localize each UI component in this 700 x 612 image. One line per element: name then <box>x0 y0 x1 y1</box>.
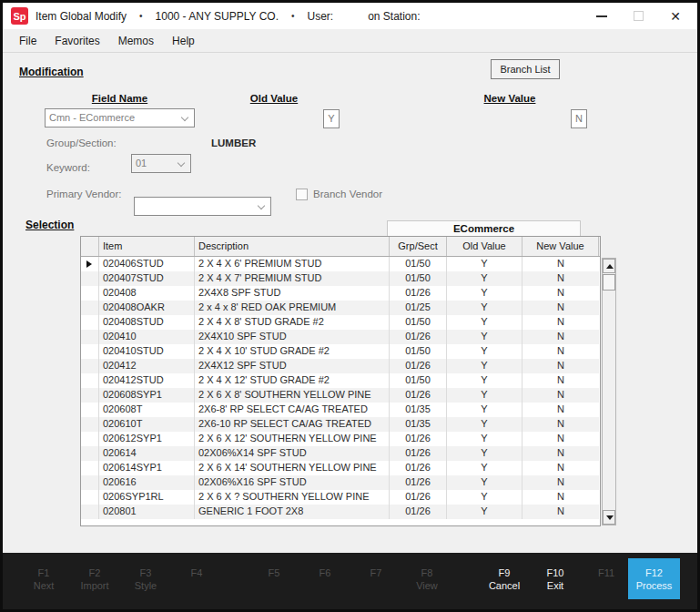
old-value-cell[interactable]: Y <box>447 344 522 359</box>
description-cell[interactable]: 2 X 4 X 12' STUD GRADE #2 <box>195 373 390 388</box>
column-header-item[interactable]: Item <box>99 237 195 256</box>
new-value-cell[interactable]: N <box>522 490 599 505</box>
item-cell[interactable]: 020407STUD <box>99 271 195 286</box>
item-cell[interactable]: 020614 <box>99 446 195 461</box>
keyword-select[interactable] <box>134 197 271 216</box>
old-value-cell[interactable]: Y <box>447 359 522 373</box>
table-row[interactable]: 020408STUD2 X 4 X 8' STUD GRADE #201/50Y… <box>81 315 600 330</box>
menu-file[interactable]: File <box>10 31 46 51</box>
new-value-cell[interactable]: N <box>522 432 599 446</box>
table-row[interactable]: 020614SYP12 X 6 X 14' SOUTHERN YELLOW PI… <box>81 461 600 475</box>
table-row[interactable]: 0204082X4X8 SPF STUD01/26YN <box>81 286 600 301</box>
item-cell[interactable]: 020408STUD <box>99 315 195 330</box>
row-selector-cell[interactable] <box>81 315 99 330</box>
new-value-cell[interactable]: N <box>522 344 599 359</box>
grp-sect-cell[interactable]: 01/35 <box>390 417 447 432</box>
row-selector-cell[interactable] <box>81 432 99 446</box>
new-value-cell[interactable]: N <box>522 257 599 271</box>
new-value-cell[interactable]: N <box>522 271 599 286</box>
grp-sect-cell[interactable]: 01/26 <box>390 505 447 519</box>
row-selector-cell[interactable] <box>81 446 99 461</box>
scroll-up-button[interactable] <box>603 259 615 273</box>
row-selector-cell[interactable] <box>81 461 99 475</box>
row-selector-cell[interactable] <box>81 286 99 301</box>
fn-key-f9-cancel[interactable]: F9Cancel <box>478 566 531 592</box>
description-cell[interactable]: 2 X 6 X 8' SOUTHERN YELLOW PINE <box>195 388 390 403</box>
new-value-cell[interactable]: N <box>522 475 599 490</box>
table-row[interactable]: 020608T2X6-8' RP SELECT CA/AG TREATED01/… <box>81 403 600 417</box>
grp-sect-cell[interactable]: 01/50 <box>390 257 447 271</box>
item-cell[interactable]: 020412STUD <box>99 373 195 388</box>
row-selector-cell[interactable] <box>81 505 99 519</box>
row-selector-cell[interactable] <box>81 359 99 373</box>
item-cell[interactable]: 020410 <box>99 330 195 344</box>
branch-list-button[interactable]: Branch List <box>491 59 560 79</box>
column-header-old-value[interactable]: Old Value <box>447 237 522 256</box>
table-row[interactable]: 020801GENERIC 1 FOOT 2X801/26YN <box>81 505 600 519</box>
branch-vendor-checkbox[interactable] <box>296 189 308 200</box>
table-row[interactable]: 0206SYP1RL2 X 6 X ? SOUTHERN YELLOW PINE… <box>81 490 600 505</box>
row-selector-cell[interactable] <box>81 257 99 271</box>
table-row[interactable]: 020608SYP12 X 6 X 8' SOUTHERN YELLOW PIN… <box>81 388 600 403</box>
grp-sect-cell[interactable]: 01/26 <box>390 490 447 505</box>
item-cell[interactable]: 020406STUD <box>99 257 195 271</box>
item-cell[interactable]: 020610T <box>99 417 195 432</box>
grp-sect-cell[interactable]: 01/26 <box>390 388 447 403</box>
description-cell[interactable]: 02X06%X16 SPF STUD <box>195 475 390 490</box>
grp-sect-cell[interactable]: 01/50 <box>390 315 447 330</box>
old-value-cell[interactable]: Y <box>447 417 522 432</box>
description-cell[interactable]: 2X4X8 SPF STUD <box>195 286 390 301</box>
item-cell[interactable]: 020614SYP1 <box>99 461 195 475</box>
f12-process-button[interactable]: F12Process <box>628 558 680 599</box>
row-selector-cell[interactable] <box>81 417 99 432</box>
old-value-cell[interactable]: Y <box>447 490 522 505</box>
grp-sect-cell[interactable]: 01/26 <box>390 286 447 301</box>
new-value-cell[interactable]: N <box>522 446 599 461</box>
row-selector-cell[interactable] <box>81 271 99 286</box>
old-value-cell[interactable]: Y <box>447 373 522 388</box>
description-cell[interactable]: 2 X 4 X 8' STUD GRADE #2 <box>195 315 390 330</box>
item-cell[interactable]: 020412 <box>99 359 195 373</box>
menu-help[interactable]: Help <box>163 31 204 51</box>
old-value-cell[interactable]: Y <box>447 403 522 417</box>
grp-sect-cell[interactable]: 01/25 <box>390 301 447 315</box>
old-value-cell[interactable]: Y <box>447 301 522 315</box>
row-selector-cell[interactable] <box>81 490 99 505</box>
table-row[interactable]: 020408OAKR2 x 4 x 8' RED OAK PREMIUM01/2… <box>81 301 600 315</box>
new-value-cell[interactable]: N <box>522 286 599 301</box>
description-cell[interactable]: 2X6-10 RP SELECT CA/AG TREATED <box>195 417 390 432</box>
new-value-cell[interactable]: N <box>522 301 599 315</box>
old-value-cell[interactable]: Y <box>447 475 522 490</box>
grp-sect-cell[interactable]: 01/26 <box>390 432 447 446</box>
table-row[interactable]: 020407STUD2 X 4 X 7' PREMIUM STUD01/50YN <box>81 271 600 286</box>
old-value-cell[interactable]: Y <box>447 315 522 330</box>
table-row[interactable]: 020412STUD2 X 4 X 12' STUD GRADE #201/50… <box>81 373 600 388</box>
item-cell[interactable]: 020801 <box>99 505 195 519</box>
table-row[interactable]: 020410STUD2 X 4 X 10' STUD GRADE #201/50… <box>81 344 600 359</box>
old-value-cell[interactable]: Y <box>447 388 522 403</box>
grp-sect-cell[interactable]: 01/50 <box>390 271 447 286</box>
new-value-cell[interactable]: N <box>522 373 599 388</box>
column-header-new-value[interactable]: New Value <box>522 237 599 256</box>
menu-favorites[interactable]: Favorites <box>46 31 108 51</box>
old-value-cell[interactable]: Y <box>447 286 522 301</box>
old-value-cell[interactable]: Y <box>447 446 522 461</box>
old-value-cell[interactable]: Y <box>447 505 522 519</box>
table-row[interactable]: 0204122X4X12 SPF STUD01/26YN <box>81 359 600 373</box>
grp-sect-cell[interactable]: 01/50 <box>390 344 447 359</box>
row-selector-cell[interactable] <box>81 403 99 417</box>
new-value-cell[interactable]: N <box>522 417 599 432</box>
old-value-cell[interactable]: Y <box>447 330 522 344</box>
new-value-cell[interactable]: N <box>522 359 599 373</box>
item-cell[interactable]: 020608SYP1 <box>99 388 195 403</box>
row-selector-cell[interactable] <box>81 475 99 490</box>
table-row[interactable]: 020610T2X6-10 RP SELECT CA/AG TREATED01/… <box>81 417 600 432</box>
scroll-down-button[interactable] <box>603 510 615 525</box>
vertical-scrollbar[interactable] <box>602 258 616 525</box>
table-row[interactable]: 02061602X06%X16 SPF STUD01/26YN <box>81 475 600 490</box>
grp-sect-cell[interactable]: 01/26 <box>390 359 447 373</box>
old-value-cell[interactable]: Y <box>447 432 522 446</box>
minimize-icon[interactable] <box>596 15 607 17</box>
menu-memos[interactable]: Memos <box>109 31 163 51</box>
row-selector-cell[interactable] <box>81 330 99 344</box>
